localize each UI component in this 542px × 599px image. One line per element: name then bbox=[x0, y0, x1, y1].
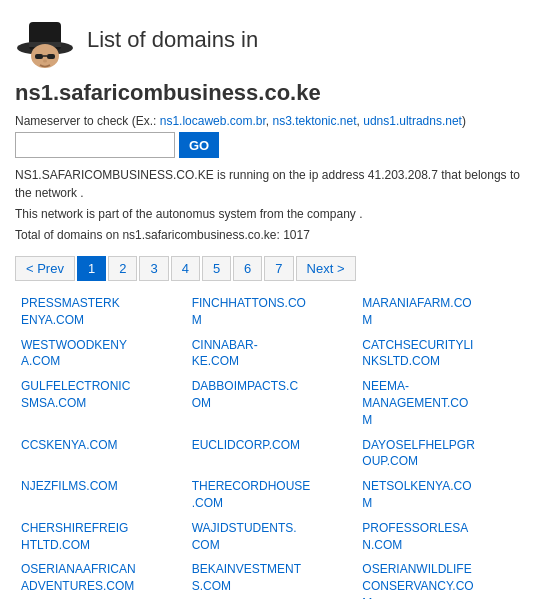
domain-link[interactable]: THERECORDHOUSE.COM bbox=[192, 478, 351, 512]
list-item: BEKAINVESTMENTS.COM bbox=[186, 557, 357, 599]
list-item: NEEMA-MANAGEMENT.COM bbox=[356, 374, 527, 432]
list-item: PRESSMASTERKENYA.COM bbox=[15, 291, 186, 333]
list-item: OSERIANWILDLIFECONSERVANCY.COM bbox=[356, 557, 527, 599]
example-ns2-link[interactable]: ns3.tektonic.net bbox=[272, 114, 356, 128]
list-item: THERECORDHOUSE.COM bbox=[186, 474, 357, 516]
list-item: GULFELECTRONICSMSA.COM bbox=[15, 374, 186, 432]
list-item: CHERSHIREFREIGHTLTD.COM bbox=[15, 516, 186, 558]
svg-rect-5 bbox=[47, 54, 55, 59]
domain-link[interactable]: DABBOIMPACTS.COM bbox=[192, 378, 351, 412]
domain-link[interactable]: CCSKENYA.COM bbox=[21, 437, 180, 454]
page-7-button[interactable]: 7 bbox=[264, 256, 293, 281]
domain-link[interactable]: CATCHSECURITYLINKSLTD.COM bbox=[362, 337, 521, 371]
site-logo bbox=[15, 10, 75, 70]
domain-link[interactable]: DAYOSELFHELPGROUP.COM bbox=[362, 437, 521, 471]
domain-link[interactable]: NEEMA-MANAGEMENT.COM bbox=[362, 378, 521, 428]
example-ns3-link[interactable]: udns1.ultradns.net bbox=[363, 114, 462, 128]
list-item: CINNABAR-KE.COM bbox=[186, 333, 357, 375]
domains-grid: PRESSMASTERKENYA.COM FINCHHATTONS.COM MA… bbox=[15, 291, 527, 599]
list-item: MARANIAFARM.COM bbox=[356, 291, 527, 333]
nameserver-label: Nameserver to check (Ex.: ns1.locaweb.co… bbox=[15, 114, 527, 128]
page-4-button[interactable]: 4 bbox=[171, 256, 200, 281]
domain-link[interactable]: OSERIANWILDLIFECONSERVANCY.COM bbox=[362, 561, 521, 599]
list-item: CCSKENYA.COM bbox=[15, 433, 186, 475]
pagination: < Prev 1 2 3 4 5 6 7 Next > bbox=[15, 256, 527, 281]
info-line2: This network is part of the autonomus sy… bbox=[15, 205, 527, 223]
domain-link[interactable]: PROFESSORLESAN.COM bbox=[362, 520, 521, 554]
next-button[interactable]: Next > bbox=[296, 256, 356, 281]
list-item: EUCLIDCORP.COM bbox=[186, 433, 357, 475]
domain-link[interactable]: CINNABAR-KE.COM bbox=[192, 337, 351, 371]
list-item: DAYOSELFHELPGROUP.COM bbox=[356, 433, 527, 475]
prev-button[interactable]: < Prev bbox=[15, 256, 75, 281]
domain-link[interactable]: MARANIAFARM.COM bbox=[362, 295, 521, 329]
list-item: NJEZFILMS.COM bbox=[15, 474, 186, 516]
domain-link[interactable]: CHERSHIREFREIGHTLTD.COM bbox=[21, 520, 180, 554]
svg-rect-4 bbox=[35, 54, 43, 59]
domain-link[interactable]: NJEZFILMS.COM bbox=[21, 478, 180, 495]
list-item: CATCHSECURITYLINKSLTD.COM bbox=[356, 333, 527, 375]
go-button[interactable]: GO bbox=[179, 132, 219, 158]
page-3-button[interactable]: 3 bbox=[139, 256, 168, 281]
page-2-button[interactable]: 2 bbox=[108, 256, 137, 281]
page-1-button[interactable]: 1 bbox=[77, 256, 106, 281]
domain-link[interactable]: FINCHHATTONS.COM bbox=[192, 295, 351, 329]
domain-name: ns1.safaricombusiness.co.ke bbox=[15, 80, 527, 106]
list-item: OSERIANAAFRICANADVENTURES.COM bbox=[15, 557, 186, 599]
info-line3: Total of domains on ns1.safaricombusines… bbox=[15, 226, 527, 244]
domain-link[interactable]: WAJIDSTUDENTS.COM bbox=[192, 520, 351, 554]
list-item: NETSOLKENYA.COM bbox=[356, 474, 527, 516]
domain-link[interactable]: BEKAINVESTMENTS.COM bbox=[192, 561, 351, 595]
domain-link[interactable]: WESTWOODKENYA.COM bbox=[21, 337, 180, 371]
domain-link[interactable]: PRESSMASTERKENYA.COM bbox=[21, 295, 180, 329]
nameserver-input[interactable] bbox=[15, 132, 175, 158]
domain-link[interactable]: OSERIANAAFRICANADVENTURES.COM bbox=[21, 561, 180, 595]
list-item: WESTWOODKENYA.COM bbox=[15, 333, 186, 375]
list-item: PROFESSORLESAN.COM bbox=[356, 516, 527, 558]
page-5-button[interactable]: 5 bbox=[202, 256, 231, 281]
list-item: WAJIDSTUDENTS.COM bbox=[186, 516, 357, 558]
list-item: FINCHHATTONS.COM bbox=[186, 291, 357, 333]
list-item: DABBOIMPACTS.COM bbox=[186, 374, 357, 432]
svg-point-7 bbox=[43, 60, 47, 63]
example-ns1-link[interactable]: ns1.locaweb.com.br bbox=[160, 114, 266, 128]
info-line1: NS1.SAFARICOMBUSINESS.CO.KE is running o… bbox=[15, 166, 527, 202]
page-6-button[interactable]: 6 bbox=[233, 256, 262, 281]
domain-link[interactable]: NETSOLKENYA.COM bbox=[362, 478, 521, 512]
page-title: List of domains in bbox=[87, 27, 258, 53]
domain-link[interactable]: GULFELECTRONICSMSA.COM bbox=[21, 378, 180, 412]
domain-link[interactable]: EUCLIDCORP.COM bbox=[192, 437, 351, 454]
